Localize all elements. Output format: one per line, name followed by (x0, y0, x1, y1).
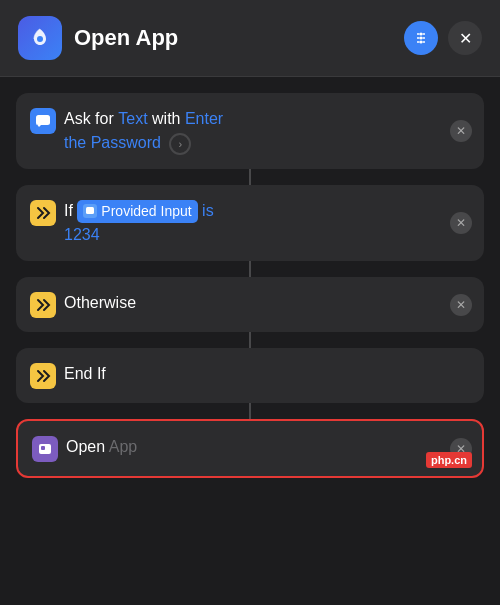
enter-tag[interactable]: Enter (185, 110, 223, 127)
svg-point-1 (420, 33, 423, 36)
app-icon (18, 16, 62, 60)
header-controls: ✕ (404, 21, 482, 55)
ask-for-label: Ask for (64, 110, 118, 127)
provided-input-tag[interactable]: Provided Input (77, 200, 197, 223)
svg-rect-13 (41, 446, 45, 450)
ask-for-close-button[interactable]: ✕ (450, 120, 472, 142)
ask-for-block: Ask for Text with Enter the Password › ✕ (16, 93, 484, 169)
chat-icon (30, 108, 56, 134)
is-label: is (202, 202, 214, 219)
open-app-block: Open App ✕ php.cn (16, 419, 484, 478)
if-block: If Provided Input is 1234 ✕ (16, 185, 484, 261)
svg-point-0 (37, 36, 43, 42)
otherwise-content: Otherwise (64, 291, 442, 315)
with-label: with (152, 110, 185, 127)
if-label: If (64, 202, 77, 219)
content-area: Ask for Text with Enter the Password › ✕… (0, 77, 500, 494)
open-app-content: Open App (66, 435, 440, 459)
end-if-content: End If (64, 362, 470, 386)
open-icon (32, 436, 58, 462)
otherwise-close-button[interactable]: ✕ (450, 294, 472, 316)
settings-button[interactable] (404, 21, 438, 55)
provided-icon (83, 204, 97, 218)
if-close-button[interactable]: ✕ (450, 212, 472, 234)
app-placeholder[interactable]: App (109, 438, 137, 455)
otherwise-icon (30, 292, 56, 318)
otherwise-label: Otherwise (64, 294, 136, 311)
svg-point-3 (420, 41, 423, 44)
chevron-badge[interactable]: › (169, 133, 191, 155)
end-if-block: End If (16, 348, 484, 403)
text-tag[interactable]: Text (118, 110, 147, 127)
header-title: Open App (74, 25, 404, 51)
close-header-button[interactable]: ✕ (448, 21, 482, 55)
the-password-tag[interactable]: the Password (64, 134, 161, 151)
watermark: php.cn (426, 452, 472, 468)
svg-point-2 (420, 37, 423, 40)
ask-for-content: Ask for Text with Enter the Password › (64, 107, 442, 155)
connector-3 (249, 332, 251, 348)
close-header-icon: ✕ (459, 29, 472, 48)
svg-rect-11 (86, 207, 94, 214)
otherwise-block: Otherwise ✕ (16, 277, 484, 332)
value-tag[interactable]: 1234 (64, 226, 100, 243)
connector-2 (249, 261, 251, 277)
header: Open App ✕ (0, 0, 500, 77)
if-content: If Provided Input is 1234 (64, 199, 442, 247)
connector-1 (249, 169, 251, 185)
end-if-label: End If (64, 365, 106, 382)
connector-4 (249, 403, 251, 419)
end-if-icon (30, 363, 56, 389)
open-label: Open (66, 438, 105, 455)
if-icon (30, 200, 56, 226)
svg-rect-10 (36, 115, 50, 125)
